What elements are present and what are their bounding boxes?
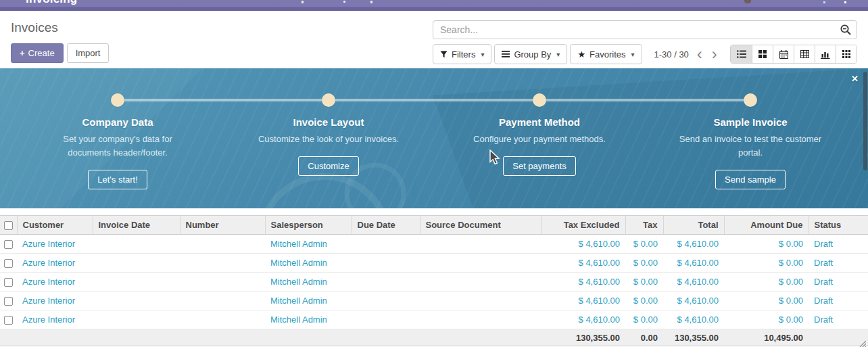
column-header-status[interactable]: Status — [809, 216, 868, 235]
onboarding-step-sample-invoice: Sample Invoice Send an invoice to test t… — [645, 68, 856, 208]
list-view-button[interactable] — [731, 45, 752, 63]
view-switcher — [730, 45, 857, 64]
import-button[interactable]: Import — [67, 43, 110, 63]
table-row[interactable]: Azure Interior Mitchell Admin $ 4,610.00… — [0, 310, 868, 329]
total-tax: 0.00 — [625, 329, 663, 346]
group-by-button[interactable]: Group By ▾ — [494, 44, 567, 64]
calendar-view-button[interactable] — [773, 45, 794, 63]
cell-due-date — [352, 310, 420, 329]
search-input[interactable] — [433, 20, 857, 39]
cell-number — [180, 292, 265, 310]
pager-next-icon[interactable]: › — [710, 47, 719, 61]
caret-down-icon: ▾ — [481, 51, 484, 58]
table-row[interactable]: Azure Interior Mitchell Admin $ 4,610.00… — [0, 273, 868, 292]
row-select-cell — [0, 292, 17, 310]
column-header-customer[interactable]: Customer — [17, 216, 93, 235]
customize-button[interactable]: Customize — [298, 156, 358, 176]
cell-tax: $ 0.00 — [625, 292, 663, 310]
cell-salesperson: Mitchell Admin — [265, 273, 352, 292]
search-magnifier-icon[interactable] — [840, 24, 852, 36]
group-by-bars-icon — [502, 51, 510, 57]
row-checkbox[interactable] — [4, 297, 13, 306]
cell-tax: $ 0.00 — [625, 273, 663, 292]
pager-range: 1-30 / 30 — [654, 49, 689, 60]
select-all-checkbox[interactable] — [4, 221, 13, 230]
cell-tax-excluded: $ 4,610.00 — [541, 273, 625, 292]
cell-total: $ 4,610.00 — [663, 235, 724, 254]
lets-start-button[interactable]: Let's start! — [88, 170, 147, 189]
favorites-button[interactable]: ★ Favorites ▾ — [570, 44, 642, 64]
table-row[interactable]: Azure Interior Mitchell Admin $ 4,610.00… — [0, 254, 868, 273]
app-menu-button[interactable]: Invoicing — [26, 0, 77, 6]
cell-status: Draft — [809, 254, 868, 273]
cell-number — [180, 254, 265, 273]
cell-total: $ 4,610.00 — [663, 254, 724, 273]
column-header-source-document[interactable]: Source Document — [420, 216, 541, 235]
cell-customer: Azure Interior — [17, 292, 93, 310]
step-title: Payment Method — [499, 116, 580, 128]
filters-button[interactable]: Filters ▾ — [433, 44, 491, 64]
row-checkbox[interactable] — [4, 259, 13, 268]
kanban-view-button[interactable] — [752, 45, 773, 63]
cell-salesperson: Mitchell Admin — [265, 254, 352, 273]
graph-view-button[interactable] — [815, 45, 836, 63]
activity-view-icon — [842, 50, 850, 58]
row-checkbox[interactable] — [4, 240, 13, 249]
column-header-due-date[interactable]: Due Date — [352, 216, 420, 235]
cell-number — [180, 273, 265, 292]
totals-empty — [17, 329, 93, 346]
cell-status: Draft — [809, 310, 868, 329]
send-sample-button[interactable]: Send sample — [715, 170, 786, 189]
banner-close-icon[interactable]: ✕ — [851, 74, 859, 84]
cell-customer: Azure Interior — [17, 310, 93, 329]
step-title: Invoice Layout — [293, 116, 364, 128]
cell-tax: $ 0.00 — [625, 310, 663, 329]
pivot-view-button[interactable] — [794, 45, 815, 63]
cell-due-date — [352, 254, 420, 273]
set-payments-button[interactable]: Set payments — [503, 156, 576, 176]
row-checkbox[interactable] — [4, 278, 13, 287]
totals-empty — [0, 329, 17, 346]
cell-tax-excluded: $ 4,610.00 — [541, 310, 625, 329]
cell-source-document — [420, 310, 541, 329]
column-header-amount-due[interactable]: Amount Due — [724, 216, 809, 235]
column-header-total[interactable]: Total — [663, 216, 724, 235]
column-header-tax-excluded[interactable]: Tax Excluded — [541, 216, 625, 235]
resize-grip-icon[interactable] — [858, 339, 866, 347]
calendar-view-icon — [779, 50, 788, 59]
cell-salesperson: Mitchell Admin — [265, 292, 352, 310]
column-header-tax[interactable]: Tax — [625, 216, 663, 235]
cell-tax-excluded: $ 4,610.00 — [541, 235, 625, 254]
table-row[interactable]: Azure Interior Mitchell Admin $ 4,610.00… — [0, 235, 868, 254]
cell-amount-due: $ 0.00 — [724, 292, 809, 310]
create-button[interactable]: + Create — [11, 43, 64, 63]
column-header-salesperson[interactable]: Salesperson — [265, 216, 352, 235]
filters-label: Filters — [452, 49, 475, 60]
onboarding-step-invoice-layout: Invoice Layout Customize the look of you… — [223, 68, 434, 208]
table-header-row: Customer Invoice Date Number Salesperson… — [0, 216, 868, 235]
step-description: Set your company's data for documents he… — [43, 133, 193, 160]
kanban-view-icon — [758, 50, 767, 58]
cell-invoice-date — [93, 235, 180, 254]
cell-tax-excluded: $ 4,610.00 — [541, 292, 625, 310]
step-description: Customize the look of your invoices. — [254, 133, 404, 146]
row-select-cell — [0, 235, 17, 254]
pivot-view-icon — [800, 50, 809, 58]
star-icon: ★ — [577, 49, 585, 60]
vertical-scrollbar-thumb[interactable] — [863, 72, 867, 170]
cell-source-document — [420, 292, 541, 310]
activity-view-button[interactable] — [836, 45, 857, 63]
table-row[interactable]: Azure Interior Mitchell Admin $ 4,610.00… — [0, 292, 868, 310]
cell-customer: Azure Interior — [17, 273, 93, 292]
page-title: Invoices — [11, 20, 109, 35]
pager-previous-icon[interactable]: ‹ — [696, 47, 704, 61]
select-all-cell — [0, 216, 17, 235]
column-header-invoice-date[interactable]: Invoice Date — [93, 216, 180, 235]
totals-empty — [420, 329, 541, 346]
navbar-icon-fragment — [844, 1, 846, 3]
column-header-number[interactable]: Number — [180, 216, 265, 235]
totals-row: 130,355.00 0.00 130,355.00 10,495.00 — [0, 329, 868, 346]
onboarding-banner: ✕ Company Data Set your company's data f… — [0, 68, 868, 208]
top-navbar: Invoicing — [0, 0, 868, 11]
row-checkbox[interactable] — [4, 316, 13, 325]
